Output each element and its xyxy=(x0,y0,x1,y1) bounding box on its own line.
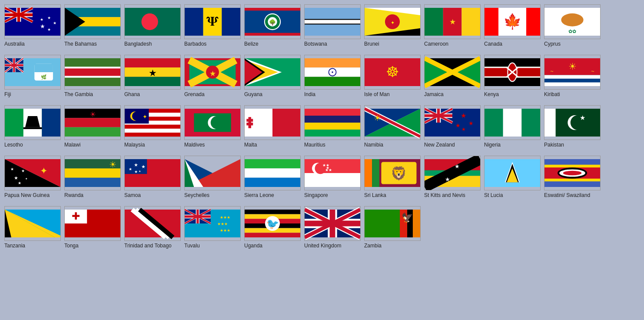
flag-item-cyprus: ✿✿ Cyprus xyxy=(544,4,601,47)
flag-tanzania xyxy=(4,206,61,241)
svg-text:🍁: 🍁 xyxy=(503,13,522,30)
flag-maldives xyxy=(184,105,241,140)
svg-text:✚: ✚ xyxy=(72,210,80,222)
flag-item-australia: ★ ★ ★ ★ ★ Australia xyxy=(4,4,61,47)
svg-text:★: ★ xyxy=(322,163,326,167)
flag-label-seychelles: Seychelles xyxy=(184,192,209,198)
svg-text:★: ★ xyxy=(209,70,216,78)
flag-cameroon: ★ xyxy=(424,4,481,39)
flag-item-papuanewguinea: ✦ ★ ★ ★ ★ ★ Papua New Guinea xyxy=(4,156,61,198)
flag-label-sierraleone: Sierra Leone xyxy=(244,192,274,198)
svg-text:★★★: ★★★ xyxy=(217,222,228,226)
svg-rect-70 xyxy=(65,78,120,86)
svg-rect-153 xyxy=(305,109,360,116)
flag-label-tuvalu: Tuvalu xyxy=(184,243,200,249)
svg-text:★★★: ★★★ xyxy=(220,228,230,233)
svg-text:★: ★ xyxy=(193,79,197,84)
svg-rect-76 xyxy=(125,77,180,86)
svg-rect-68 xyxy=(65,76,120,78)
flag-item-malawi: ☀ Malawi xyxy=(64,105,121,148)
flag-label-newzealand: New Zealand xyxy=(424,142,455,148)
svg-point-142 xyxy=(132,111,141,120)
flag-label-isleofman: Isle of Man xyxy=(364,91,390,97)
flag-kiribati: ☀ ~ ~ xyxy=(544,55,601,90)
flag-item-maldives: Maldives xyxy=(184,105,241,148)
svg-text:☸: ☸ xyxy=(386,63,399,80)
flag-gambia xyxy=(64,55,121,90)
svg-text:★: ★ xyxy=(455,163,460,170)
flag-item-namibia: ☀ Namibia xyxy=(364,105,421,148)
flag-item-kiribati: ☀ ~ ~ Kiribati xyxy=(544,55,601,97)
svg-text:✦: ✦ xyxy=(391,20,395,25)
flag-label-kiribati: Kiribati xyxy=(544,91,560,97)
flag-item-stlucia: St Lucia xyxy=(484,156,541,198)
svg-text:★: ★ xyxy=(40,23,45,30)
svg-text:🐦: 🐦 xyxy=(266,218,279,230)
svg-text:☀: ☀ xyxy=(109,160,116,169)
svg-rect-21 xyxy=(185,8,203,36)
flag-label-tonga: Tonga xyxy=(64,243,79,249)
svg-rect-151 xyxy=(246,119,253,121)
svg-rect-197 xyxy=(65,178,120,187)
flag-label-malaysia: Malaysia xyxy=(124,142,145,148)
flag-samoa: ★ ★ ★ ★ ★ xyxy=(124,156,181,190)
flag-mauritius xyxy=(304,105,361,140)
flag-label-nigeria: Nigeria xyxy=(484,142,501,148)
flag-label-gambia: The Gambia xyxy=(64,91,93,97)
flag-item-rwanda: ☀ Rwanda xyxy=(64,156,121,198)
svg-rect-133 xyxy=(65,127,120,137)
flag-nigeria xyxy=(484,105,541,140)
svg-text:★: ★ xyxy=(47,16,51,20)
svg-rect-155 xyxy=(305,123,360,130)
flag-grenada: ★ ★ ★ ★ ★ xyxy=(184,55,241,90)
flag-item-jamaica: Jamaica xyxy=(424,55,481,97)
svg-text:~: ~ xyxy=(591,68,594,74)
flag-label-zambia: Zambia xyxy=(364,243,382,249)
flag-item-malta: Malta xyxy=(244,105,301,148)
svg-text:✦: ✦ xyxy=(40,166,48,176)
flag-label-uganda: Uganda xyxy=(244,243,262,249)
flag-stlucia xyxy=(484,156,541,190)
flag-malawi: ☀ xyxy=(64,105,121,140)
flag-item-tuvalu: ★★★ ★★★ ★★★ Tuvalu xyxy=(184,206,241,249)
svg-rect-177 xyxy=(503,109,522,137)
flag-srilanka: 🦁 xyxy=(364,156,421,190)
flag-item-trinidad: Trinidad and Tobago xyxy=(124,206,181,249)
svg-rect-132 xyxy=(65,118,120,127)
svg-rect-178 xyxy=(521,109,540,137)
flag-item-bangladesh: Bangladesh xyxy=(124,4,181,47)
flag-label-australia: Australia xyxy=(4,41,25,47)
svg-text:🦅: 🦅 xyxy=(402,212,413,223)
flag-kenya xyxy=(484,55,541,90)
flag-label-cyprus: Cyprus xyxy=(544,41,561,47)
flag-item-singapore: ★ ★ ★ ★ ★ Singapore xyxy=(304,156,361,198)
flag-label-samoa: Samoa xyxy=(124,192,141,198)
svg-text:★: ★ xyxy=(21,169,25,173)
flag-label-mauritius: Mauritius xyxy=(304,142,325,148)
flag-label-maldives: Maldives xyxy=(184,142,205,148)
flag-brunei: ✦ xyxy=(364,4,421,39)
flag-uganda: 🐦 xyxy=(244,206,301,241)
svg-rect-117 xyxy=(544,79,600,83)
svg-rect-154 xyxy=(305,116,360,123)
svg-text:★: ★ xyxy=(139,170,141,173)
flag-namibia: ☀ xyxy=(364,105,421,140)
flag-label-stlucia: St Lucia xyxy=(484,192,503,198)
svg-text:★: ★ xyxy=(134,162,138,167)
flag-label-india: India xyxy=(304,91,315,97)
flag-label-kenya: Kenya xyxy=(484,91,499,97)
flag-isleofman: ☸ xyxy=(364,55,421,90)
flag-label-trinidad: Trinidad and Tobago xyxy=(124,243,172,249)
flag-item-kenya: Kenya xyxy=(484,55,541,97)
svg-rect-128 xyxy=(42,109,60,137)
svg-rect-156 xyxy=(305,130,360,137)
svg-text:★: ★ xyxy=(455,122,461,129)
svg-text:★: ★ xyxy=(461,127,466,132)
flag-label-malawi: Malawi xyxy=(64,142,80,148)
svg-text:★: ★ xyxy=(18,181,21,185)
svg-rect-270 xyxy=(245,210,300,214)
flag-canada: 🍁 xyxy=(484,4,541,39)
flag-stkitts: ★ ★ xyxy=(424,156,481,190)
flag-ghana: ★ xyxy=(124,55,181,90)
svg-rect-66 xyxy=(65,67,120,77)
